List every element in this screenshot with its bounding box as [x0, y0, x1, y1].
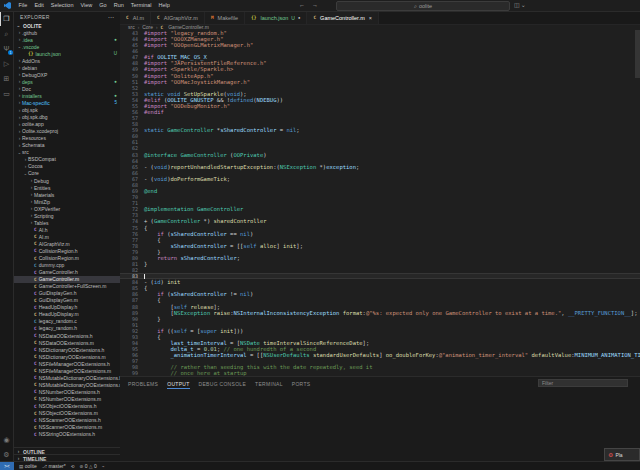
tab-aigraphviz.m[interactable]: CAIGraphViz.m	[151, 11, 205, 24]
panel-tab-output[interactable]: OUTPUT	[167, 378, 189, 389]
tree-item[interactable]: ›Cocoa	[14, 163, 120, 170]
panel-tab-terminal[interactable]: TERMINAL	[255, 378, 283, 389]
customize-layout-button[interactable]: ◫ ⌄	[514, 1, 526, 10]
panel-tab-problems[interactable]: PROBLEMS	[128, 378, 158, 389]
explorer-icon[interactable]: ❐	[0, 11, 13, 26]
tree-item[interactable]: ›Mac-specific5	[14, 99, 120, 106]
menu-go[interactable]: Go	[96, 0, 110, 11]
sync-button[interactable]: ⟲	[71, 464, 75, 469]
search-icon[interactable]: ⌕	[0, 26, 13, 41]
tree-item[interactable]: CNSObjectOOExtensions.h	[14, 402, 120, 409]
tree-item[interactable]: ›Scripting	[14, 212, 120, 219]
broadcast-status-item[interactable]: ⌁	[102, 464, 105, 469]
tree-item[interactable]: ›oolite.app	[14, 121, 120, 128]
tree-item[interactable]: CNSNumberOOExtensions.h	[14, 388, 120, 395]
command-center-search[interactable]: ⌕ oolite	[336, 1, 510, 11]
run-debug-icon[interactable]: ▷	[0, 56, 13, 71]
tree-item[interactable]: Cdummy.cpp	[14, 262, 120, 269]
tree-item[interactable]: ›Resources	[14, 135, 120, 142]
tree-item[interactable]: CNSNumberOOExtensions.m	[14, 395, 120, 402]
tree-item[interactable]: ⌄.vscode	[14, 43, 120, 50]
tree-item[interactable]: CGameController+FullScreen.m	[14, 283, 120, 290]
tree-item[interactable]: CNSDictionaryOOExtensions.h	[14, 346, 120, 353]
tree-item[interactable]: CNSMutableDictionaryOOExtensions.h	[14, 374, 120, 381]
tree-item[interactable]: CNSDataOOExtensions.h	[14, 332, 120, 339]
tree-item[interactable]: ›DebugOXP	[14, 71, 120, 78]
tree-item[interactable]: Clegacy_random.h	[14, 325, 120, 332]
remote-indicator[interactable]: ><	[0, 462, 14, 470]
tree-item[interactable]: ⌄src	[14, 149, 120, 156]
tree-item[interactable]: {}launch.jsonU	[14, 50, 120, 57]
menu-terminal[interactable]: Terminal	[127, 0, 155, 11]
notification-toast[interactable]: ⚙ Pla	[604, 448, 640, 461]
tree-item[interactable]: CAI.h	[14, 226, 120, 233]
tree-item[interactable]: ›BSDCompat	[14, 156, 120, 163]
account-icon[interactable]: ◉	[0, 432, 13, 447]
code-editor[interactable]: 43#import "legacy_random.h"44#import "OO…	[120, 30, 640, 377]
tree-item[interactable]: CCollisionRegion.h	[14, 247, 120, 254]
tree-item[interactable]: CNSMutableDictionaryOOExtensions.m	[14, 381, 120, 388]
workspace-section-header[interactable]: ⌄ OOLITE	[14, 22, 120, 29]
output-filter-input[interactable]	[538, 379, 628, 387]
tree-item[interactable]: CNSObjectOOExtensions.m	[14, 410, 120, 417]
tree-item[interactable]: ›installers●	[14, 92, 120, 99]
menu-edit[interactable]: Edit	[31, 0, 47, 11]
tree-item[interactable]: ›.github	[14, 29, 120, 36]
more-actions-icon[interactable]: ⋯	[108, 13, 114, 20]
tree-item[interactable]: ›MiniZip	[14, 198, 120, 205]
tab-makefile[interactable]: MMakefile	[205, 11, 245, 24]
tree-item[interactable]: Clegacy_random.c	[14, 318, 120, 325]
tree-item[interactable]: CNSScannerOOExtensions.h	[14, 417, 120, 424]
tree-item[interactable]: ⌄Core	[14, 170, 120, 177]
menu-view[interactable]: View	[77, 0, 96, 11]
tree-item[interactable]: CNSScannerOOExtensions.m	[14, 424, 120, 431]
tree-item[interactable]: CGuiDisplayGen.h	[14, 290, 120, 297]
tree-item[interactable]: ›Tables	[14, 219, 120, 226]
tree-item[interactable]: ›Debug	[14, 177, 120, 184]
tree-item[interactable]: ›Materials	[14, 191, 120, 198]
tree-item[interactable]: CHeadUpDisplay.h	[14, 304, 120, 311]
source-control-icon[interactable]: Ψ1	[0, 41, 13, 56]
tree-item[interactable]: CGameController.m	[14, 276, 120, 283]
extensions-icon[interactable]: ⊞	[0, 71, 13, 86]
tree-item[interactable]: CGuiDisplayGen.m	[14, 297, 120, 304]
tree-item[interactable]: CNSFileManagerOOExtensions.m	[14, 367, 120, 374]
tree-item[interactable]: ›obj.spk	[14, 107, 120, 114]
menu-selection[interactable]: Selection	[47, 0, 77, 11]
tree-item[interactable]: CNSDataOOExtensions.m	[14, 339, 120, 346]
panel-tab-debug-console[interactable]: DEBUG CONSOLE	[199, 378, 247, 389]
tree-item[interactable]: ›Entities	[14, 184, 120, 191]
nav-forward-icon[interactable]: →	[312, 0, 318, 11]
tree-item[interactable]: ›AddOns	[14, 57, 120, 64]
tree-item[interactable]: CAI.m	[14, 233, 120, 240]
tree-item[interactable]: CNSStringOOExtensions.h	[14, 431, 120, 438]
menu-file[interactable]: File	[15, 0, 31, 11]
branch-status-item[interactable]: ⎇ master*	[42, 463, 66, 469]
tree-item[interactable]: CAIGraphViz.m	[14, 240, 120, 247]
tree-item[interactable]: ›Oolite.xcodeproj	[14, 128, 120, 135]
settings-gear-icon[interactable]: ⚙	[0, 447, 13, 462]
editor-scrollbar[interactable]	[635, 30, 640, 78]
tree-item[interactable]: CHeadUpDisplay.m	[14, 311, 120, 318]
tree-item[interactable]: CNSDictionaryOOExtensions.m	[14, 353, 120, 360]
tree-item[interactable]: ›debian	[14, 64, 120, 71]
tab-gamecontroller.m[interactable]: CGameController.m×	[307, 11, 379, 24]
tree-item[interactable]: ›OXPVerifier	[14, 205, 120, 212]
menu-help[interactable]: Help	[155, 0, 173, 11]
tree-item[interactable]: ›.idea●	[14, 36, 120, 43]
tab-launch.json[interactable]: {}launch.jsonU●	[245, 11, 307, 24]
tab-ai.m[interactable]: CAI.m	[120, 11, 151, 24]
repo-status-item[interactable]: ▤ oolite	[19, 463, 37, 469]
tree-item[interactable]: CCollisionRegion.m	[14, 255, 120, 262]
tree-item[interactable]: ›deps●	[14, 78, 120, 85]
menu-run[interactable]: Run	[110, 0, 127, 11]
tree-item[interactable]: ›obj.spk.dbg	[14, 114, 120, 121]
tree-item[interactable]: CNSFileManagerOOExtensions.h	[14, 360, 120, 367]
remote-explorer-icon[interactable]: ▭	[0, 86, 13, 101]
tree-item[interactable]: ›Schemata	[14, 142, 120, 149]
panel-tab-ports[interactable]: PORTS	[292, 378, 311, 389]
tree-item[interactable]: CGameController.h	[14, 269, 120, 276]
close-icon[interactable]: ×	[369, 15, 372, 21]
nav-back-icon[interactable]: ←	[299, 0, 305, 11]
tree-item[interactable]: ›Doc	[14, 85, 120, 92]
